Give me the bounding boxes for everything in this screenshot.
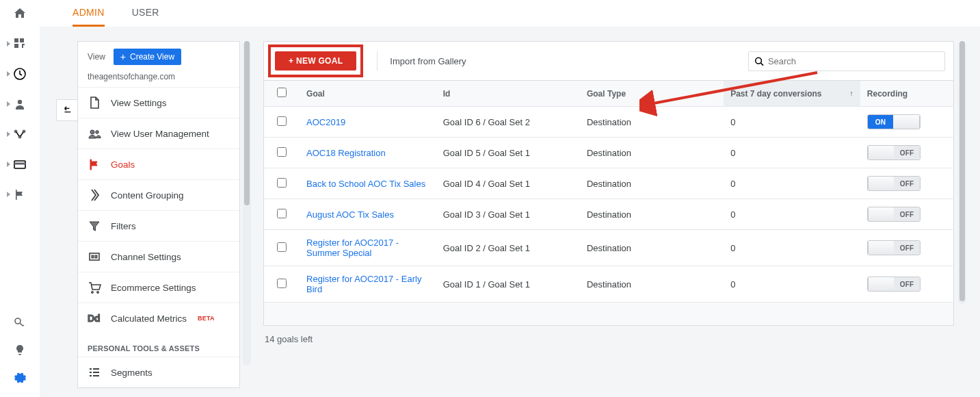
select-all-checkbox[interactable]: [277, 88, 287, 97]
goal-type: Destination: [580, 199, 724, 230]
top-tabs: ADMIN USER: [40, 0, 980, 27]
table-row: AOC18 Registration Goal ID 5 / Goal Set …: [264, 138, 954, 168]
goal-link[interactable]: Register for AOC2017 - Early Bird: [306, 274, 421, 294]
nav-realtime[interactable]: [4, 66, 36, 82]
col-recording[interactable]: Recording: [860, 81, 954, 107]
sidebar-item-view-user-mgmt[interactable]: View User Management: [78, 118, 239, 149]
main: ADMIN USER View + Create View theagentso…: [40, 0, 980, 397]
back-button[interactable]: [56, 99, 78, 121]
nav-customization[interactable]: [4, 36, 36, 52]
row-checkbox[interactable]: [277, 116, 287, 126]
row-checkbox[interactable]: [277, 279, 287, 288]
goal-type: Destination: [580, 266, 724, 303]
search-input[interactable]: [768, 56, 939, 66]
sidebar-item-label: Goals: [111, 159, 135, 170]
goals-toolbar: + NEW GOAL Import from Gallery: [263, 41, 954, 80]
sidebar-item-label: Channel Settings: [111, 252, 181, 262]
recording-toggle[interactable]: ON: [867, 114, 921, 129]
goal-id: Goal ID 5 / Goal Set 1: [436, 138, 580, 168]
lightbulb-icon[interactable]: [12, 342, 28, 359]
goal-conversions: 0: [724, 266, 860, 303]
sidebar-item-label: Calculated Metrics: [111, 313, 187, 324]
goal-id: Goal ID 1 / Goal Set 1: [436, 266, 580, 303]
nav-conversions[interactable]: [4, 186, 36, 203]
annotation-highlight: + NEW GOAL: [268, 44, 363, 77]
view-label: View: [88, 52, 105, 62]
sidebar-item-view-settings[interactable]: View Settings: [78, 87, 239, 118]
row-checkbox[interactable]: [277, 147, 287, 157]
col-type[interactable]: Goal Type: [580, 81, 724, 107]
goal-id: Goal ID 2 / Goal Set 1: [436, 230, 580, 266]
recording-toggle[interactable]: OFF: [867, 240, 921, 255]
col-goal[interactable]: Goal: [300, 81, 436, 107]
col-id[interactable]: Id: [436, 81, 580, 107]
recording-toggle[interactable]: OFF: [867, 207, 921, 222]
segments-icon: [88, 366, 101, 379]
row-checkbox[interactable]: [277, 178, 287, 188]
table-row: Register for AOC2017 - Early Bird Goal I…: [264, 266, 954, 303]
sidebar-item-label: Filters: [111, 221, 136, 231]
tab-user[interactable]: USER: [132, 0, 159, 27]
table-scrollbar[interactable]: [958, 41, 966, 305]
recording-toggle[interactable]: OFF: [867, 277, 921, 292]
goal-link[interactable]: Back to School AOC Tix Sales: [306, 179, 425, 189]
goals-table: Goal Id Goal Type Past 7 day conversions…: [263, 80, 954, 303]
create-view-label: Create View: [130, 52, 174, 62]
recording-toggle[interactable]: OFF: [867, 145, 921, 160]
goal-conversions: 0: [724, 230, 860, 266]
section-personal-tools: PERSONAL TOOLS & ASSETS: [78, 333, 239, 357]
sidebar-item-calc-metrics[interactable]: Calculated MetricsBETA: [78, 303, 239, 333]
goal-link[interactable]: Register for AOC2017 - Summer Special: [306, 238, 399, 258]
home-icon[interactable]: [12, 5, 28, 22]
table-row: Register for AOC2017 - Summer Special Go…: [264, 230, 954, 266]
sidebar-item-label: Segments: [111, 368, 153, 378]
goal-id: Goal ID 3 / Goal Set 1: [436, 199, 580, 230]
nav-rail: [0, 0, 40, 397]
new-goal-button[interactable]: + NEW GOAL: [275, 51, 356, 71]
sidebar-item-label: View User Management: [111, 129, 209, 139]
goal-id: Goal ID 4 / Goal Set 1: [436, 168, 580, 199]
nav-audience[interactable]: [4, 96, 36, 112]
create-view-button[interactable]: + Create View: [114, 49, 181, 65]
filter-icon: [88, 219, 101, 233]
nav-acquisition[interactable]: [4, 126, 36, 142]
conversion-icon: [88, 188, 101, 202]
panel-scrollbar[interactable]: [243, 41, 251, 366]
col-conversions[interactable]: Past 7 day conversions↑: [724, 81, 860, 107]
row-checkbox[interactable]: [277, 209, 287, 218]
sidebar-item-ecommerce[interactable]: Ecommerce Settings: [78, 272, 239, 303]
sort-arrow-icon: ↑: [849, 89, 853, 97]
sidebar-item-channel-settings[interactable]: Channel Settings: [78, 241, 239, 272]
recording-toggle[interactable]: OFF: [867, 176, 921, 191]
nav-behavior[interactable]: [4, 156, 36, 172]
sidebar-item-filters[interactable]: Filters: [78, 210, 239, 241]
view-panel: View + Create View theagentsofchange.com…: [77, 41, 240, 388]
table-row: AOC2019 Goal ID 6 / Goal Set 2 Destinati…: [264, 107, 954, 138]
group-icon: [88, 127, 101, 140]
goal-type: Destination: [580, 230, 724, 266]
goal-conversions: 0: [724, 168, 860, 199]
view-domain: theagentsofchange.com: [88, 72, 231, 81]
sidebar-item-label: Content Grouping: [111, 190, 184, 201]
search-icon: [754, 56, 764, 66]
goal-link[interactable]: AOC2019: [306, 117, 345, 127]
beta-badge: BETA: [198, 315, 215, 322]
goal-link[interactable]: AOC18 Registration: [306, 148, 386, 158]
sidebar-item-goals[interactable]: Goals: [78, 149, 239, 179]
goal-conversions: 0: [724, 138, 860, 168]
file-icon: [88, 96, 101, 110]
discover-icon[interactable]: [12, 315, 28, 331]
goals-left: 14 goals left: [263, 326, 954, 353]
goal-id: Goal ID 6 / Goal Set 2: [436, 107, 580, 138]
sidebar-item-segments[interactable]: Segments: [78, 357, 239, 387]
flag-icon: [88, 157, 101, 171]
goal-link[interactable]: August AOC Tix Sales: [306, 209, 394, 220]
row-checkbox[interactable]: [277, 242, 287, 252]
import-from-gallery[interactable]: Import from Gallery: [377, 51, 466, 71]
search-box[interactable]: [748, 51, 945, 71]
tab-admin[interactable]: ADMIN: [72, 0, 105, 27]
sidebar-item-content-grouping[interactable]: Content Grouping: [78, 179, 239, 210]
goal-conversions: 0: [724, 107, 860, 138]
admin-gear-icon[interactable]: [12, 370, 28, 386]
table-row: August AOC Tix Sales Goal ID 3 / Goal Se…: [264, 199, 954, 230]
